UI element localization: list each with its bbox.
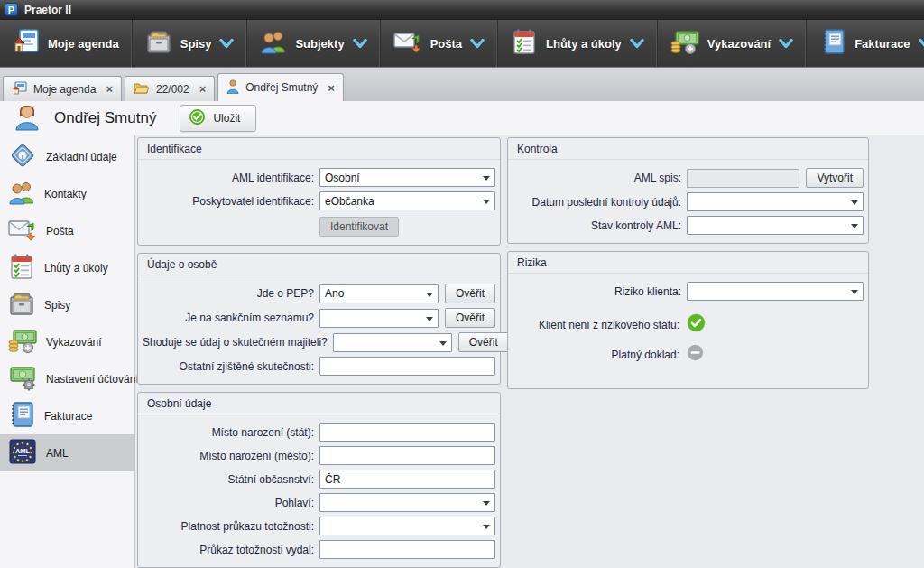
field-label: Jde o PEP? <box>143 287 319 300</box>
toolbar-item-label: Vykazování <box>707 37 771 51</box>
status-label: Klient není z rizikového státu: <box>513 319 687 331</box>
tab-label: Ondřej Smutný <box>245 81 318 94</box>
sidebar-item-label: Kontakty <box>44 188 87 200</box>
chevron-down-icon <box>919 39 924 49</box>
field-label: Místo narození (město): <box>143 450 319 462</box>
tab-ondrej-smutny[interactable]: Ondřej Smutný × <box>217 73 344 101</box>
agenda-icon <box>13 28 40 59</box>
field-label: Poskytovatel identifikace: <box>143 195 319 208</box>
sankcni-seznam-select[interactable] <box>319 309 439 328</box>
stav-kontroly-select[interactable] <box>687 216 864 235</box>
money-gear-icon <box>8 364 37 394</box>
misto-narozeni-mesto-input[interactable] <box>319 446 495 465</box>
aml-eu-icon: AML <box>8 438 37 468</box>
sidebar-item-posta[interactable]: Pošta <box>0 212 134 249</box>
sidebar-item-nastaveni-uctovani[interactable]: Nastavení účtování <box>0 360 134 397</box>
panel-identifikace: Identifikace AML identifikace: Osobní <box>137 137 501 246</box>
misto-narozeni-stat-input[interactable] <box>319 423 495 442</box>
field-label: Místo narození (stát): <box>143 426 319 439</box>
money-plus-icon <box>8 327 37 357</box>
aml-form: Identifikace AML identifikace: Osobní <box>135 135 924 568</box>
pohlavi-select[interactable] <box>319 493 495 512</box>
skutecny-majitel-select[interactable] <box>333 333 452 352</box>
tab-label: Moje agenda <box>33 83 96 96</box>
platnost-prukazu-select[interactable] <box>319 517 495 535</box>
window-title: Praetor II <box>24 4 71 16</box>
info-diamond-icon: i <box>8 141 37 172</box>
minus-circle-icon <box>687 344 704 365</box>
dropdown-arrow-icon <box>483 200 490 204</box>
praetor-logo-icon: P <box>5 3 18 16</box>
tab-moje-agenda[interactable]: Moje agenda × <box>3 76 122 101</box>
avatar <box>13 102 42 135</box>
overit-majitel-button[interactable]: Ověřit <box>458 332 509 352</box>
sidebar-item-zakladni-udaje[interactable]: i Základní údaje <box>0 138 134 175</box>
toolbar-item-label: Fakturace <box>855 37 910 51</box>
toolbar-item-spisy[interactable]: Spisy <box>133 20 248 67</box>
vytvorit-button[interactable]: Vytvořit <box>806 168 864 188</box>
tab-22-002[interactable]: 22/002 × <box>125 76 215 101</box>
tasks-icon <box>8 253 35 283</box>
panel-osobni-udaje: Osobní údaje Místo narození (stát): Míst… <box>137 392 501 568</box>
home-tab-icon <box>12 81 27 98</box>
riziko-klienta-select[interactable] <box>687 282 864 301</box>
poskytovatel-identifikace-select[interactable]: eObčanka <box>319 191 495 210</box>
selected-value: Ano <box>325 287 344 300</box>
sidebar-item-aml[interactable]: AML AML <box>0 434 134 471</box>
field-label: Je na sankčním seznamu? <box>143 312 319 324</box>
dropdown-arrow-icon <box>483 176 490 181</box>
close-icon[interactable]: × <box>199 83 207 95</box>
close-icon[interactable]: × <box>328 82 335 94</box>
toolbar-item-label: Moje agenda <box>48 37 119 51</box>
toolbar-item-label: Pošta <box>430 37 462 51</box>
praetor-app-window: P Praetor II Moje agenda <box>0 0 924 568</box>
selected-value: Osobní <box>325 172 360 184</box>
toolbar-item-lhuty-a-ukoly[interactable]: Lhůty a úkoly <box>498 20 658 67</box>
toolbar-item-label: Spisy <box>180 37 212 51</box>
dropdown-arrow-icon <box>851 290 858 294</box>
toolbar-item-vykazovani[interactable]: Vykazování <box>658 20 807 67</box>
overit-pep-button[interactable]: Ověřit <box>445 284 495 303</box>
panel-title: Kontrola <box>508 138 868 160</box>
sidebar-item-lhuty-a-ukoly[interactable]: Lhůty a úkoly <box>0 249 134 286</box>
person-tab-icon <box>226 79 239 97</box>
people-icon <box>260 28 287 59</box>
field-label: Stav kontroly AML: <box>513 219 687 232</box>
ostatni-skutecnosti-input[interactable] <box>319 357 495 376</box>
toolbar-item-subjekty[interactable]: Subjekty <box>247 20 380 67</box>
statni-obcanstvi-input[interactable] <box>319 470 495 489</box>
field-label: Ostatní zjištěné skutečnosti: <box>143 360 319 373</box>
sidebar-item-spisy[interactable]: Spisy <box>0 286 134 323</box>
close-icon[interactable]: × <box>106 83 113 95</box>
status-row-rizikovy-stat: Klient není z rizikového státu: <box>513 313 864 336</box>
save-check-icon <box>189 109 205 127</box>
sidebar-item-kontakty[interactable]: Kontakty <box>0 175 134 212</box>
sidebar-item-vykazovani[interactable]: Vykazování <box>0 323 134 360</box>
dropdown-arrow-icon <box>483 501 490 506</box>
field-label: AML identifikace: <box>143 172 319 184</box>
record-sidebar: i Základní údaje Kontakty <box>0 135 135 568</box>
toolbar-item-posta[interactable]: Pošta <box>381 20 498 67</box>
mail-icon <box>8 216 37 246</box>
panel-udaje-o-osobe: Údaje o osobě Jde o PEP? Ano Ověřit <box>137 253 501 385</box>
dropdown-arrow-icon <box>439 341 447 346</box>
chevron-down-icon <box>470 39 485 49</box>
save-button[interactable]: Uložit <box>180 105 256 132</box>
drawer-icon <box>8 290 35 320</box>
toolbar-item-moje-agenda[interactable]: Moje agenda <box>0 20 133 67</box>
jde-o-pep-select[interactable]: Ano <box>319 284 439 303</box>
window-titlebar: P Praetor II <box>0 0 924 20</box>
folder-tab-icon <box>134 81 150 97</box>
toolbar-item-fakturace[interactable]: Fakturace <box>807 20 924 67</box>
identifikovat-button[interactable]: Identifikovat <box>319 217 399 237</box>
sidebar-item-fakturace[interactable]: Fakturace <box>0 397 134 434</box>
prukaz-vydal-input[interactable] <box>319 540 495 559</box>
selected-value: eObčanka <box>325 195 374 208</box>
sidebar-item-label: Vykazování <box>46 336 102 349</box>
panel-title: Údaje o osobě <box>138 254 500 275</box>
aml-identifikace-select[interactable]: Osobní <box>319 168 495 187</box>
dropdown-arrow-icon <box>426 317 433 321</box>
datum-kontroly-select[interactable] <box>687 192 864 211</box>
overit-sankce-button[interactable]: Ověřit <box>445 308 495 328</box>
aml-spis-input <box>687 169 799 188</box>
